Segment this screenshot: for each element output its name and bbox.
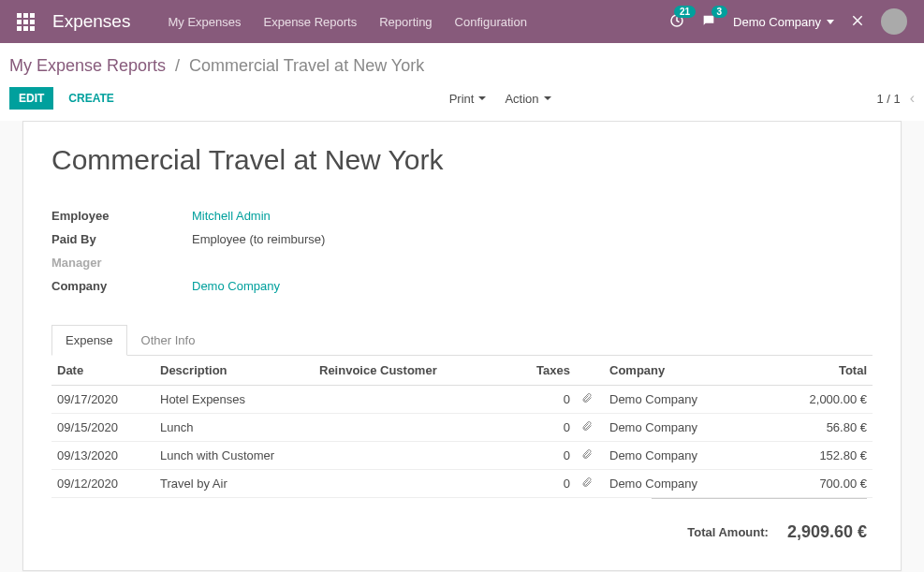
table-row[interactable]: 09/17/2020Hotel Expenses0Demo Company2,0… [51, 386, 873, 414]
nav-menu: My Expenses Expense Reports Reporting Co… [168, 15, 669, 29]
total-label: Total Amount: [687, 525, 769, 539]
table-row[interactable]: 09/15/2020Lunch0Demo Company56.80 € [51, 414, 873, 442]
form-sheet: Commercial Travel at New York Employee M… [22, 121, 902, 571]
cell-total: 56.80 € [754, 414, 873, 442]
paperclip-icon[interactable] [581, 477, 593, 491]
chat-icon[interactable]: 3 [701, 13, 716, 31]
control-bar: EDIT CREATE Print Action 1 / 1 ‹ › [0, 83, 924, 121]
cell-description: Lunch [154, 414, 314, 442]
cell-company: Demo Company [604, 470, 754, 498]
company-selector[interactable]: Demo Company [733, 15, 834, 29]
cell-taxes: 0 [501, 442, 576, 470]
cell-attach [576, 470, 604, 498]
cell-total: 700.00 € [754, 470, 873, 498]
th-company[interactable]: Company [604, 356, 754, 386]
paidby-label: Paid By [51, 232, 192, 246]
th-reinvoice[interactable]: Reinvoice Customer [314, 356, 501, 386]
edit-button[interactable]: EDIT [9, 87, 53, 110]
activity-icon[interactable]: 21 [669, 13, 684, 31]
manager-label: Manager [51, 256, 192, 270]
cell-taxes: 0 [501, 386, 576, 414]
nav-reporting[interactable]: Reporting [379, 15, 432, 29]
app-brand[interactable]: Expenses [52, 11, 130, 32]
breadcrumb-sep: / [175, 56, 180, 76]
cell-date: 09/15/2020 [51, 414, 154, 442]
nav-expense-reports[interactable]: Expense Reports [264, 15, 358, 29]
action-label: Action [505, 92, 538, 106]
chat-badge: 3 [711, 6, 728, 18]
breadcrumb: My Expense Reports / Commercial Travel a… [0, 43, 924, 83]
paperclip-icon[interactable] [581, 420, 593, 434]
apps-icon[interactable] [7, 0, 43, 43]
cell-taxes: 0 [501, 470, 576, 498]
cell-attach [576, 414, 604, 442]
th-date[interactable]: Date [51, 356, 154, 386]
th-total[interactable]: Total [754, 356, 873, 386]
print-dropdown[interactable]: Print [449, 92, 487, 106]
th-description[interactable]: Description [154, 356, 314, 386]
cell-company: Demo Company [604, 386, 754, 414]
navbar: Expenses My Expenses Expense Reports Rep… [0, 0, 924, 43]
cell-date: 09/17/2020 [51, 386, 154, 414]
cell-attach [576, 442, 604, 470]
pager: 1 / 1 ‹ › [876, 90, 915, 107]
company-name: Demo Company [733, 15, 821, 29]
manager-value [192, 256, 462, 270]
chevron-down-icon [827, 20, 834, 24]
paperclip-icon[interactable] [581, 392, 593, 406]
paperclip-icon[interactable] [581, 448, 593, 462]
cell-reinvoice [314, 442, 501, 470]
th-taxes[interactable]: Taxes [501, 356, 576, 386]
th-attach [576, 356, 604, 386]
cell-reinvoice [314, 386, 501, 414]
create-button[interactable]: CREATE [59, 87, 123, 110]
company-value[interactable]: Demo Company [192, 279, 462, 293]
table-row[interactable]: 09/13/2020Lunch with Customer0Demo Compa… [51, 442, 873, 470]
page-title: Commercial Travel at New York [51, 144, 873, 176]
paidby-value: Employee (to reimburse) [192, 232, 462, 246]
print-label: Print [449, 92, 475, 106]
cell-description: Hotel Expenses [154, 386, 314, 414]
table-row[interactable]: 09/12/2020Travel by Air0Demo Company700.… [51, 470, 873, 498]
field-group: Employee Mitchell Admin Paid By Employee… [51, 204, 462, 298]
company-label: Company [51, 279, 192, 293]
breadcrumb-back[interactable]: My Expense Reports [9, 56, 166, 76]
cell-description: Lunch with Customer [154, 442, 314, 470]
tabs: Expense Other Info [51, 324, 873, 356]
cell-total: 2,000.00 € [754, 386, 873, 414]
nav-configuration[interactable]: Configuration [455, 15, 527, 29]
cell-date: 09/12/2020 [51, 470, 154, 498]
employee-label: Employee [51, 209, 192, 223]
nav-my-expenses[interactable]: My Expenses [168, 15, 241, 29]
tab-other-info[interactable]: Other Info [127, 325, 210, 356]
breadcrumb-current: Commercial Travel at New York [189, 56, 424, 76]
total-divider [652, 498, 867, 499]
cell-attach [576, 386, 604, 414]
chevron-down-icon [478, 96, 486, 100]
avatar[interactable] [881, 8, 907, 35]
cell-date: 09/13/2020 [51, 442, 154, 470]
cell-description: Travel by Air [154, 470, 314, 498]
chevron-down-icon [544, 96, 551, 100]
action-dropdown[interactable]: Action [505, 92, 550, 106]
employee-value[interactable]: Mitchell Admin [192, 209, 462, 223]
cell-company: Demo Company [604, 442, 754, 470]
pager-count: 1 / 1 [876, 92, 900, 106]
cell-taxes: 0 [501, 414, 576, 442]
cell-company: Demo Company [604, 414, 754, 442]
cell-reinvoice [314, 470, 501, 498]
expense-table: Date Description Reinvoice Customer Taxe… [51, 356, 873, 498]
cell-reinvoice [314, 414, 501, 442]
pager-prev-icon[interactable]: ‹ [910, 90, 915, 107]
debug-icon[interactable] [851, 14, 864, 30]
tab-expense[interactable]: Expense [51, 325, 127, 356]
total-value: 2,909.60 € [787, 522, 867, 542]
cell-total: 152.80 € [754, 442, 873, 470]
activity-badge: 21 [674, 6, 696, 18]
